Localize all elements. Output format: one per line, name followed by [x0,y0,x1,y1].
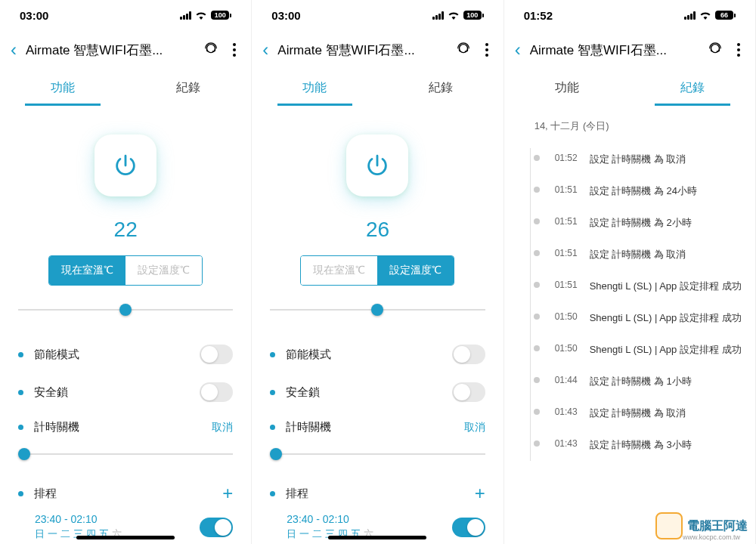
temperature-slider[interactable] [270,302,485,317]
row-safety-lock: 安全鎖 [18,373,233,411]
watermark-url: www.kocpc.com.tw [683,533,740,541]
timer-slider[interactable] [18,447,233,462]
phone-screen-1: 03:00 100 ‹ Airmate 智慧WIFI石墨... 功能 紀錄 22… [0,0,252,544]
status-bar: 01:52 66 [504,0,755,30]
header: ‹ Airmate 智慧WIFI石墨... [0,30,251,70]
content-records: 14, 十二月 (今日) 01:52設定 計時關機 為 取消 01:51設定 計… [504,106,755,544]
row-eco-mode: 節能模式 [270,335,485,373]
row-timer: 計時關機取消 [270,411,485,444]
log-item: 01:44設定 計時關機 為 1小時 [524,366,742,397]
eco-switch[interactable] [200,345,233,364]
log-list: 01:52設定 計時關機 為 取消 01:51設定 計時關機 為 24小時 01… [518,144,742,461]
log-item: 01:43設定 計時關機 為 3小時 [524,429,742,461]
status-time: 01:52 [524,9,553,22]
signal-icon [684,11,696,20]
log-item: 01:52設定 計時關機 為 取消 [524,144,742,175]
content-functions: 26 現在室溫℃ 設定溫度℃ 節能模式 安全鎖 計時關機取消 排程+ 23:40… [252,106,503,544]
phone-screen-2: 03:00 100 ‹ Airmate 智慧WIFI石墨... 功能 紀錄 26… [252,0,503,544]
row-timer: 計時關機取消 [18,411,233,444]
tab-functions[interactable]: 功能 [252,70,377,106]
temperature-value: 26 [270,212,485,255]
schedule-switch[interactable] [200,518,233,537]
signal-icon [180,11,191,20]
support-icon[interactable] [203,42,219,58]
page-title: Airmate 智慧WIFI石墨... [530,42,698,59]
log-item: 01:50Shengti L (SL) | App 設定排程 成功 [524,302,742,334]
wifi-icon [699,11,711,20]
watermark: 電腦王阿達 www.kocpc.com.tw [655,512,748,539]
temperature-value: 22 [18,212,233,255]
row-safety-lock: 安全鎖 [270,373,485,411]
schedule-time: 23:40 - 02:10 [287,513,451,525]
add-schedule-button[interactable]: + [222,483,233,504]
phone-screen-3: 01:52 66 ‹ Airmate 智慧WIFI石墨... 功能 紀錄 14,… [504,0,756,544]
tabs: 功能 紀錄 [0,70,251,106]
schedule-switch[interactable] [452,518,485,537]
back-button[interactable]: ‹ [262,39,268,60]
schedule-time: 23:40 - 02:10 [35,513,200,525]
wifi-icon [448,11,460,20]
status-time: 03:00 [271,9,300,22]
tab-functions[interactable]: 功能 [504,70,630,106]
toggle-current-temp[interactable]: 現在室溫℃ [49,256,125,285]
battery-icon: 100 [211,11,231,20]
toggle-set-temp[interactable]: 設定溫度℃ [377,256,454,285]
more-icon[interactable] [228,43,240,57]
page-title: Airmate 智慧WIFI石墨... [277,42,445,59]
tab-records[interactable]: 紀錄 [630,70,755,106]
timer-cancel[interactable]: 取消 [212,421,233,434]
row-eco-mode: 節能模式 [18,335,233,373]
watermark-logo [655,512,683,539]
watermark-text: 電腦王阿達 [687,518,748,534]
status-time: 03:00 [20,9,48,22]
power-button[interactable] [346,134,408,196]
status-right: 100 [180,11,231,20]
row-schedule: 排程+ [270,474,485,513]
status-bar: 03:00 100 [0,0,251,30]
status-right: 66 [684,11,736,20]
content-functions: 22 現在室溫℃ 設定溫度℃ 節能模式 安全鎖 計時關機取消 排程+ 23:40… [0,106,251,544]
battery-icon: 100 [463,11,484,20]
tabs: 功能 紀錄 [252,70,503,106]
eco-switch[interactable] [452,345,485,364]
tab-records[interactable]: 紀錄 [125,70,251,106]
tab-records[interactable]: 紀錄 [378,70,503,106]
timer-slider[interactable] [270,447,485,462]
battery-icon: 66 [715,11,736,20]
lock-switch[interactable] [452,382,485,402]
tab-functions[interactable]: 功能 [0,70,125,106]
add-schedule-button[interactable]: + [475,483,485,504]
support-icon[interactable] [455,42,472,58]
more-icon[interactable] [481,43,493,57]
temp-mode-toggle: 現在室溫℃ 設定溫度℃ [18,255,233,286]
log-item: 01:43設定 計時關機 為 取消 [524,397,742,429]
back-button[interactable]: ‹ [11,39,17,60]
power-button[interactable] [94,134,156,196]
home-indicator[interactable] [76,536,175,539]
signal-icon [432,11,444,20]
status-right: 100 [432,11,484,20]
back-button[interactable]: ‹ [515,39,521,60]
log-item: 01:51設定 計時關機 為 24小時 [524,175,742,207]
more-icon[interactable] [733,43,745,57]
log-item: 01:51設定 計時關機 為 取消 [524,239,742,270]
status-bar: 03:00 100 [252,0,503,30]
support-icon[interactable] [707,42,723,58]
log-item: 01:51設定 計時關機 為 2小時 [524,207,742,239]
lock-switch[interactable] [200,382,233,402]
toggle-current-temp[interactable]: 現在室溫℃ [301,256,377,285]
row-schedule: 排程+ [18,474,233,513]
timer-cancel[interactable]: 取消 [464,421,485,434]
page-title: Airmate 智慧WIFI石墨... [26,42,194,59]
wifi-icon [195,11,207,20]
header: ‹ Airmate 智慧WIFI石墨... [252,30,503,70]
temperature-slider[interactable] [18,302,233,317]
log-item: 01:51Shengti L (SL) | App 設定排程 成功 [524,270,742,302]
log-item: 01:50Shengti L (SL) | App 設定排程 成功 [524,334,742,366]
log-date: 14, 十二月 (今日) [518,113,742,144]
toggle-set-temp[interactable]: 設定溫度℃ [125,256,202,285]
tabs: 功能 紀錄 [504,70,755,106]
temp-mode-toggle: 現在室溫℃ 設定溫度℃ [270,255,485,286]
home-indicator[interactable] [328,536,426,539]
header: ‹ Airmate 智慧WIFI石墨... [504,30,755,70]
